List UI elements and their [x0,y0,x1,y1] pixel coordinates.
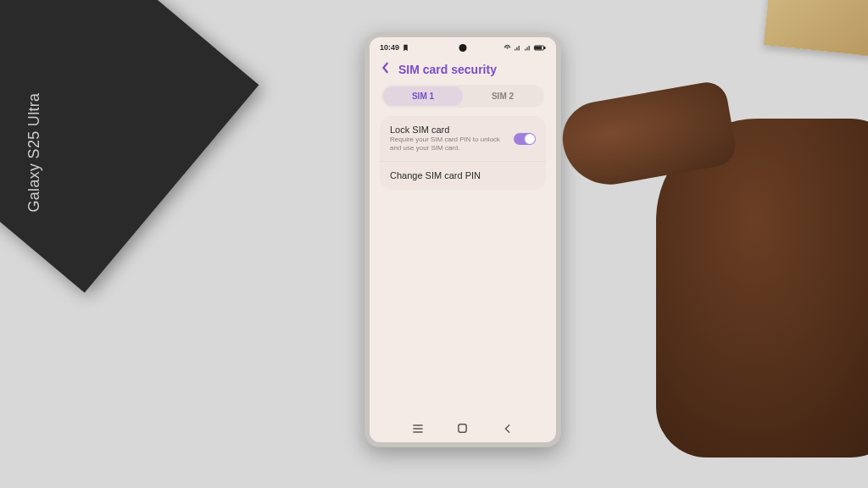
svg-rect-7 [459,424,466,432]
sim-tabs: SIM 1 SIM 2 [381,85,544,108]
battery-icon [534,44,546,52]
svg-rect-3 [536,47,542,49]
back-button[interactable] [502,424,514,434]
lock-sim-toggle[interactable] [514,133,536,145]
page-title: SIM card security [398,63,497,76]
lock-sim-row[interactable]: Lock SIM card Require your SIM card PIN … [380,116,546,162]
recents-button[interactable] [412,424,424,434]
hand [563,68,868,488]
page-header: SIM card security [370,55,556,85]
product-box-label: Galaxy S25 Ultra [25,93,43,213]
lock-sim-subtitle: Require your SIM card PIN to unlock and … [390,136,507,152]
change-pin-row[interactable]: Change SIM card PIN [380,162,546,190]
tab-sim1[interactable]: SIM 1 [383,86,463,106]
back-icon[interactable] [381,62,390,76]
wood-prop [764,0,868,57]
toggle-knob [525,134,535,144]
signal-icon [514,44,521,52]
change-pin-title: Change SIM card PIN [390,170,536,180]
phone-status-icon [402,44,409,52]
status-time: 10:49 [380,43,399,52]
lock-sim-title: Lock SIM card [390,125,507,135]
signal-icon-2 [524,44,531,52]
home-button[interactable] [457,423,469,434]
hotspot-icon [504,44,511,52]
svg-rect-2 [544,47,545,48]
phone-frame: 10:49 [364,32,561,447]
front-camera [459,44,467,52]
settings-card: Lock SIM card Require your SIM card PIN … [380,116,546,190]
svg-point-0 [507,47,509,48]
phone-screen: 10:49 [370,37,556,442]
navigation-bar [370,414,556,442]
tab-sim2[interactable]: SIM 2 [463,86,542,106]
